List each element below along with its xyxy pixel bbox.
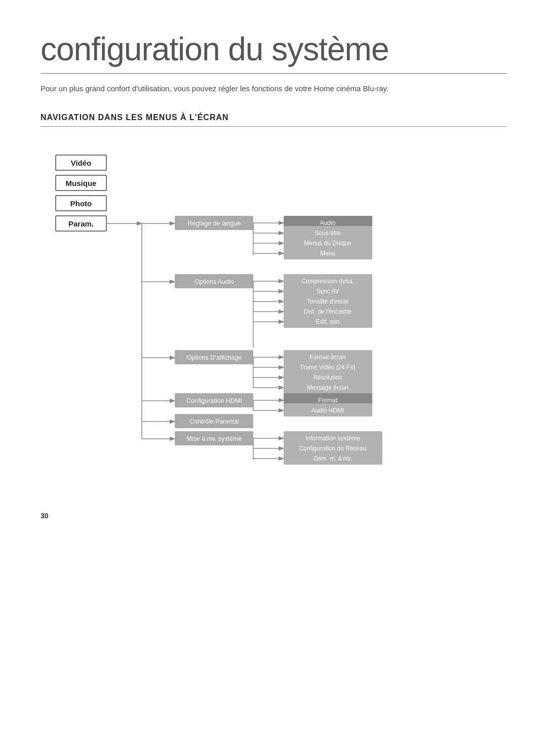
leaf-label-tonalite: Tonalité d'essai xyxy=(307,298,348,305)
subtitle: Pour un plus grand confort d'utilisation… xyxy=(41,83,506,95)
leaf-label-dem-niv: Dém. m. à niv. xyxy=(314,455,352,462)
sub-label-options-audio: Options Audio xyxy=(194,278,234,285)
sub-label-config-hdmi: Configuration HDMI xyxy=(186,397,242,404)
sub-label-reglage: Réglage de langue xyxy=(188,220,241,227)
page-number: 30 xyxy=(41,512,506,520)
leaf-label-trame: Trame Vidéo (24 Fs) xyxy=(300,364,355,371)
menu-tree-container: Vidéo Musique Photo Param. Réglage de la… xyxy=(41,145,506,492)
leaf-label-compression: Compression dyna. xyxy=(301,278,354,285)
leaf-label-info-sys: Information système xyxy=(305,435,360,442)
main-label-photo: Photo xyxy=(70,199,92,208)
leaf-label-audio: Audio xyxy=(320,219,336,226)
leaf-label-menus-disque: Menus du Disque xyxy=(304,240,351,247)
section-title: NAVIGATION DANS LES MENUS À L'ÉCRAN xyxy=(41,113,506,127)
leaf-label-edit-son: Edit. son xyxy=(316,318,340,325)
sub-label-controle: Contrôle Parental xyxy=(189,418,239,425)
leaf-label-audio-hdmi: Audio HDMI xyxy=(311,407,344,414)
leaf-label-dist: Dist. de l'enceinte xyxy=(304,308,352,315)
leaf-label-sous-titre: Sous-titre xyxy=(315,230,341,237)
leaf-label-message-ecran: Message écran xyxy=(307,384,348,391)
menu-tree-svg: Vidéo Musique Photo Param. Réglage de la… xyxy=(41,145,496,489)
leaf-label-config-reseau: Configuration du Réseau xyxy=(299,445,367,452)
sub-label-options-daff: Options D'affichage xyxy=(187,354,242,361)
leaf-label-sync-av: Sync AV xyxy=(317,288,339,295)
leaf-label-format: Format xyxy=(318,397,338,404)
leaf-label-resolution: Résolution xyxy=(314,374,342,381)
main-label-param: Param. xyxy=(68,219,94,228)
leaf-label-menu: Menu xyxy=(320,250,335,257)
main-label-video: Vidéo xyxy=(71,159,92,167)
page-title: configuration du système xyxy=(41,30,506,74)
leaf-label-format-ecran: Format écran xyxy=(309,354,345,361)
sub-label-mise-niv: Mise à niv. système xyxy=(187,435,242,442)
main-label-musique: Musique xyxy=(66,179,97,187)
